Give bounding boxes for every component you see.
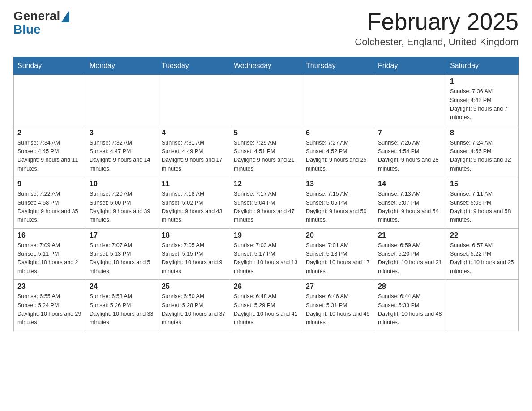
calendar-cell: 5Sunrise: 7:29 AMSunset: 4:51 PMDaylight…	[230, 126, 302, 177]
day-number: 24	[90, 283, 154, 291]
logo-triangle-icon	[61, 10, 69, 22]
calendar-cell: 7Sunrise: 7:26 AMSunset: 4:54 PMDaylight…	[374, 126, 446, 177]
day-number: 7	[378, 129, 442, 137]
calendar-cell: 27Sunrise: 6:46 AMSunset: 5:31 PMDayligh…	[302, 280, 374, 331]
day-info: Sunrise: 7:07 AMSunset: 5:13 PMDaylight:…	[90, 241, 154, 276]
calendar-header-sunday: Sunday	[14, 57, 86, 75]
calendar-cell	[14, 75, 86, 126]
calendar-header-friday: Friday	[374, 57, 446, 75]
week-row-3: 9Sunrise: 7:22 AMSunset: 4:58 PMDaylight…	[14, 177, 519, 229]
day-info: Sunrise: 6:44 AMSunset: 5:33 PMDaylight:…	[378, 292, 442, 327]
day-info: Sunrise: 7:32 AMSunset: 4:47 PMDaylight:…	[90, 139, 154, 174]
day-info: Sunrise: 6:59 AMSunset: 5:20 PMDaylight:…	[378, 241, 442, 276]
calendar-cell: 11Sunrise: 7:18 AMSunset: 5:02 PMDayligh…	[158, 177, 230, 229]
week-row-1: 1Sunrise: 7:36 AMSunset: 4:43 PMDaylight…	[14, 75, 519, 126]
day-number: 27	[306, 283, 370, 291]
calendar-cell: 23Sunrise: 6:55 AMSunset: 5:24 PMDayligh…	[14, 280, 86, 331]
day-number: 11	[162, 180, 226, 188]
day-info: Sunrise: 6:48 AMSunset: 5:29 PMDaylight:…	[234, 292, 298, 327]
day-info: Sunrise: 7:34 AMSunset: 4:45 PMDaylight:…	[17, 139, 82, 174]
logo-blue-text: Blue	[13, 22, 41, 37]
day-info: Sunrise: 7:36 AMSunset: 4:43 PMDaylight:…	[450, 87, 515, 122]
calendar-cell: 24Sunrise: 6:53 AMSunset: 5:26 PMDayligh…	[86, 280, 158, 331]
day-info: Sunrise: 7:22 AMSunset: 4:58 PMDaylight:…	[17, 190, 82, 225]
calendar-header-saturday: Saturday	[446, 57, 519, 75]
day-info: Sunrise: 7:27 AMSunset: 4:52 PMDaylight:…	[306, 139, 370, 174]
calendar-cell: 18Sunrise: 7:05 AMSunset: 5:15 PMDayligh…	[158, 228, 230, 280]
day-info: Sunrise: 6:46 AMSunset: 5:31 PMDaylight:…	[306, 292, 370, 327]
day-number: 9	[17, 180, 82, 188]
day-number: 5	[234, 129, 298, 137]
day-number: 21	[378, 231, 442, 240]
calendar-header-wednesday: Wednesday	[230, 57, 302, 75]
week-row-2: 2Sunrise: 7:34 AMSunset: 4:45 PMDaylight…	[14, 126, 519, 177]
calendar-header-thursday: Thursday	[302, 57, 374, 75]
calendar-cell: 19Sunrise: 7:03 AMSunset: 5:17 PMDayligh…	[230, 228, 302, 280]
title-block: February 2025 Colchester, England, Unite…	[355, 9, 519, 48]
day-info: Sunrise: 7:18 AMSunset: 5:02 PMDaylight:…	[162, 190, 226, 225]
calendar-cell: 17Sunrise: 7:07 AMSunset: 5:13 PMDayligh…	[86, 228, 158, 280]
day-info: Sunrise: 7:15 AMSunset: 5:05 PMDaylight:…	[306, 190, 370, 225]
day-info: Sunrise: 7:20 AMSunset: 5:00 PMDaylight:…	[90, 190, 154, 225]
logo: General Blue	[13, 9, 69, 37]
day-info: Sunrise: 7:24 AMSunset: 4:56 PMDaylight:…	[450, 139, 515, 174]
day-info: Sunrise: 6:53 AMSunset: 5:26 PMDaylight:…	[90, 292, 154, 327]
calendar-header-monday: Monday	[86, 57, 158, 75]
day-number: 13	[306, 180, 370, 188]
day-info: Sunrise: 7:01 AMSunset: 5:18 PMDaylight:…	[306, 241, 370, 276]
day-info: Sunrise: 7:31 AMSunset: 4:49 PMDaylight:…	[162, 139, 226, 174]
day-number: 3	[90, 129, 154, 137]
day-info: Sunrise: 7:03 AMSunset: 5:17 PMDaylight:…	[234, 241, 298, 276]
day-info: Sunrise: 7:13 AMSunset: 5:07 PMDaylight:…	[378, 190, 442, 225]
day-number: 15	[450, 180, 515, 188]
day-number: 19	[234, 231, 298, 240]
day-number: 1	[450, 77, 515, 86]
day-number: 23	[17, 283, 82, 291]
week-row-5: 23Sunrise: 6:55 AMSunset: 5:24 PMDayligh…	[14, 280, 519, 331]
calendar-cell: 26Sunrise: 6:48 AMSunset: 5:29 PMDayligh…	[230, 280, 302, 331]
day-info: Sunrise: 7:11 AMSunset: 5:09 PMDaylight:…	[450, 190, 515, 225]
day-info: Sunrise: 6:50 AMSunset: 5:28 PMDaylight:…	[162, 292, 226, 327]
calendar-cell: 8Sunrise: 7:24 AMSunset: 4:56 PMDaylight…	[446, 126, 519, 177]
day-number: 10	[90, 180, 154, 188]
day-number: 18	[162, 231, 226, 240]
logo-general-text: General	[13, 9, 60, 23]
calendar-cell: 2Sunrise: 7:34 AMSunset: 4:45 PMDaylight…	[14, 126, 86, 177]
calendar-cell: 20Sunrise: 7:01 AMSunset: 5:18 PMDayligh…	[302, 228, 374, 280]
day-info: Sunrise: 7:17 AMSunset: 5:04 PMDaylight:…	[234, 190, 298, 225]
calendar-cell: 25Sunrise: 6:50 AMSunset: 5:28 PMDayligh…	[158, 280, 230, 331]
calendar-cell: 10Sunrise: 7:20 AMSunset: 5:00 PMDayligh…	[86, 177, 158, 229]
calendar-cell: 12Sunrise: 7:17 AMSunset: 5:04 PMDayligh…	[230, 177, 302, 229]
calendar-cell: 3Sunrise: 7:32 AMSunset: 4:47 PMDaylight…	[86, 126, 158, 177]
day-number: 2	[17, 129, 82, 137]
calendar-cell: 6Sunrise: 7:27 AMSunset: 4:52 PMDaylight…	[302, 126, 374, 177]
day-info: Sunrise: 7:26 AMSunset: 4:54 PMDaylight:…	[378, 139, 442, 174]
calendar-table: SundayMondayTuesdayWednesdayThursdayFrid…	[13, 57, 519, 331]
location-subtitle: Colchester, England, United Kingdom	[355, 36, 519, 48]
day-number: 6	[306, 129, 370, 137]
calendar-cell	[374, 75, 446, 126]
calendar-cell: 16Sunrise: 7:09 AMSunset: 5:11 PMDayligh…	[14, 228, 86, 280]
page-header: General Blue February 2025 Colchester, E…	[13, 9, 519, 48]
calendar-cell: 9Sunrise: 7:22 AMSunset: 4:58 PMDaylight…	[14, 177, 86, 229]
day-info: Sunrise: 7:29 AMSunset: 4:51 PMDaylight:…	[234, 139, 298, 174]
day-number: 17	[90, 231, 154, 240]
calendar-cell	[302, 75, 374, 126]
calendar-cell: 28Sunrise: 6:44 AMSunset: 5:33 PMDayligh…	[374, 280, 446, 331]
calendar-header-tuesday: Tuesday	[158, 57, 230, 75]
month-year-title: February 2025	[355, 9, 519, 34]
calendar-cell: 13Sunrise: 7:15 AMSunset: 5:05 PMDayligh…	[302, 177, 374, 229]
day-number: 8	[450, 129, 515, 137]
day-number: 4	[162, 129, 226, 137]
day-number: 26	[234, 283, 298, 291]
week-row-4: 16Sunrise: 7:09 AMSunset: 5:11 PMDayligh…	[14, 228, 519, 280]
calendar-cell: 4Sunrise: 7:31 AMSunset: 4:49 PMDaylight…	[158, 126, 230, 177]
calendar-cell	[86, 75, 158, 126]
day-number: 25	[162, 283, 226, 291]
calendar-cell: 15Sunrise: 7:11 AMSunset: 5:09 PMDayligh…	[446, 177, 519, 229]
calendar-cell	[230, 75, 302, 126]
day-info: Sunrise: 6:55 AMSunset: 5:24 PMDaylight:…	[17, 292, 82, 327]
calendar-cell	[446, 280, 519, 331]
day-number: 28	[378, 283, 442, 291]
day-number: 12	[234, 180, 298, 188]
